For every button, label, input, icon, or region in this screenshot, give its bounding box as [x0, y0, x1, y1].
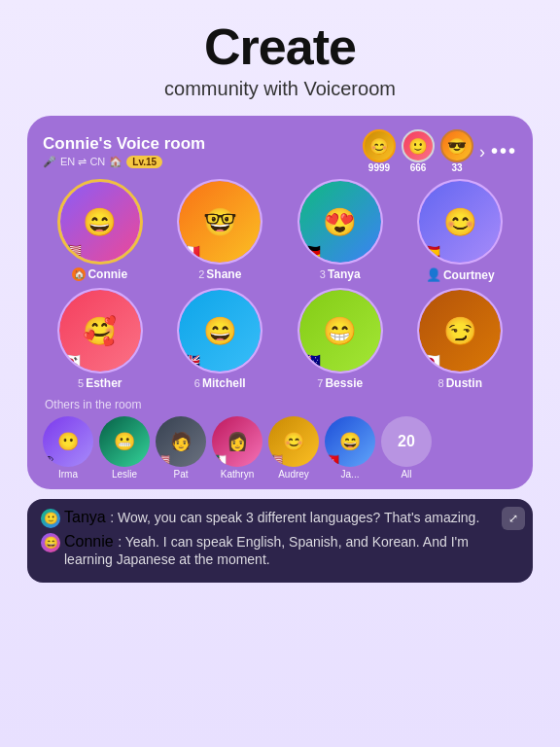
flag-esther: 🇰🇷 — [61, 354, 81, 370]
chat-username-2: Connie — [64, 533, 114, 550]
flag-connie: 🇺🇸 — [62, 244, 82, 260]
others-name-audrey: Audrey — [278, 469, 309, 480]
flag-pat: 🇺🇸 — [156, 453, 170, 467]
seat-name-connie: Connie — [88, 267, 127, 281]
seat-courtney[interactable]: 😊 🇪🇸 👤 Courtney — [403, 179, 518, 282]
seat-esther[interactable]: 🥰 🇰🇷 5 Esther — [43, 288, 158, 390]
expand-button[interactable]: ⤢ — [502, 507, 525, 530]
seat-num-mitchell: 6 — [194, 377, 200, 389]
chat-username-1: Tanya — [64, 509, 106, 525]
room-title: Connie's Voice room — [43, 134, 205, 154]
seat-mitchell[interactable]: 😄 🇬🇧 6 Mitchell — [163, 288, 278, 390]
seat-label-mitchell: 6 Mitchell — [194, 376, 246, 390]
seat-name-shane: Shane — [206, 267, 241, 281]
seat-avatar-courtney: 😊 🇪🇸 — [417, 179, 503, 265]
others-name-kathryn: Kathryn — [221, 469, 254, 480]
others-kathryn[interactable]: 👩 🇩🇿 Kathryn — [212, 416, 262, 480]
level-badge: Lv.15 — [126, 156, 162, 168]
mic-icon: 🎤 — [43, 156, 56, 168]
others-name-irma: Irma — [58, 469, 78, 480]
seat-label-courtney: 👤 Courtney — [426, 267, 495, 282]
chevron-right-icon[interactable]: › — [479, 143, 485, 160]
seat-avatar-tanya: 😍 🇩🇪 — [298, 179, 383, 265]
seat-tanya[interactable]: 😍 🇩🇪 3 Tanya — [283, 179, 398, 282]
others-row: 😶 👁 Irma 😬 Leslie 🧑 🇺🇸 Pat 👩 🇩🇿 Kathr — [43, 416, 517, 480]
flag-bessie: 🇦🇺 — [301, 354, 321, 370]
voice-room-card: Connie's Voice room 🎤 EN ⇌ CN 🏠 Lv.15 😊 … — [27, 116, 533, 489]
page-title: Create — [204, 18, 356, 76]
seat-avatar-connie: 😄 🇺🇸 — [57, 179, 143, 265]
seat-num-bessie: 7 — [317, 377, 323, 389]
chat-avatar-connie: 😄 — [41, 533, 60, 552]
seat-name-mitchell: Mitchell — [202, 376, 246, 390]
top-count-3: 33 — [451, 162, 462, 173]
seat-num-shane: 2 — [198, 268, 204, 280]
top-user-1[interactable]: 😊 9999 — [363, 129, 396, 173]
person-icon-courtney: 👤 — [426, 267, 441, 282]
chat-text-1: Tanya : Wow, you can speak 3 different l… — [64, 509, 519, 526]
flag-tanya: 🇩🇪 — [301, 245, 321, 261]
seat-name-bessie: Bessie — [325, 376, 363, 390]
top-count-2: 666 — [410, 162, 427, 173]
flag-kathryn: 🇩🇿 — [212, 453, 227, 467]
chat-text-2: Connie : Yeah. I can speak English, Span… — [64, 533, 519, 568]
seat-name-courtney: Courtney — [443, 268, 495, 282]
chat-content-2: : Yeah. I can speak English, Spanish, an… — [64, 534, 469, 567]
top-user-2[interactable]: 🙂 666 — [402, 129, 435, 173]
host-icon: 🏠 — [72, 267, 86, 281]
others-leslie[interactable]: 😬 Leslie — [99, 416, 150, 480]
flag-mitchell: 🇬🇧 — [181, 354, 200, 370]
all-badge: 20 — [381, 416, 432, 467]
flag-irma: 👁 — [43, 453, 54, 467]
seat-label-dustin: 8 Dustin — [438, 376, 482, 390]
seat-name-esther: Esther — [86, 376, 122, 390]
others-name-pat: Pat — [173, 469, 188, 480]
seat-avatar-dustin: 😏 🇯🇵 — [417, 288, 503, 374]
flag-shane: 🇫🇷 — [181, 245, 200, 261]
seat-label-shane: 2 Shane — [198, 267, 241, 281]
seats-grid: 😄 🇺🇸 🏠 Connie 🤓 🇫🇷 2 Shane 😍 🇩� — [43, 179, 517, 390]
others-all[interactable]: 20 All — [381, 416, 432, 480]
seat-avatar-bessie: 😁 🇦🇺 — [298, 288, 383, 374]
seat-label-esther: 5 Esther — [78, 376, 122, 390]
seat-shane[interactable]: 🤓 🇫🇷 2 Shane — [163, 179, 278, 282]
seat-dustin[interactable]: 😏 🇯🇵 8 Dustin — [403, 288, 518, 390]
others-ja[interactable]: 😄 🇹🇷 Ja... — [325, 416, 375, 480]
seat-bessie[interactable]: 😁 🇦🇺 7 Bessie — [283, 288, 398, 390]
card-header: Connie's Voice room 🎤 EN ⇌ CN 🏠 Lv.15 😊 … — [43, 129, 517, 173]
seat-label-bessie: 7 Bessie — [317, 376, 363, 390]
flag-audrey: 🇺🇸 — [268, 453, 283, 467]
others-name-all: All — [401, 469, 411, 480]
flag-dustin: 🇯🇵 — [421, 354, 440, 370]
top-user-3[interactable]: 😎 33 — [440, 129, 473, 173]
seat-name-tanya: Tanya — [328, 267, 361, 281]
others-pat[interactable]: 🧑 🇺🇸 Pat — [156, 416, 206, 480]
more-options-icon[interactable]: ••• — [491, 140, 517, 162]
others-irma[interactable]: 😶 👁 Irma — [43, 416, 93, 480]
chat-message-2: 😄 Connie : Yeah. I can speak English, Sp… — [41, 533, 519, 568]
seat-avatar-esther: 🥰 🇰🇷 — [57, 288, 143, 374]
seat-num-tanya: 3 — [320, 268, 326, 280]
seat-connie[interactable]: 😄 🇺🇸 🏠 Connie — [43, 179, 158, 282]
page-subtitle: community with Voiceroom — [164, 78, 396, 100]
seat-avatar-mitchell: 😄 🇬🇧 — [177, 288, 262, 374]
others-name-ja: Ja... — [341, 469, 360, 480]
lang-text: EN ⇌ CN — [60, 156, 105, 168]
header-right: 😊 9999 🙂 666 😎 33 › ••• — [363, 129, 517, 173]
room-subtitle: 🎤 EN ⇌ CN 🏠 Lv.15 — [43, 156, 205, 168]
flag-ja: 🇹🇷 — [325, 453, 339, 467]
top-count-1: 9999 — [368, 162, 390, 173]
seat-name-dustin: Dustin — [446, 376, 482, 390]
chat-message-1: 🙂 Tanya : Wow, you can speak 3 different… — [41, 509, 519, 528]
others-audrey[interactable]: 😊 🇺🇸 Audrey — [268, 416, 319, 480]
chat-content-1: : Wow, you can speak 3 different languag… — [110, 510, 479, 525]
chat-overlay: ⤢ 🙂 Tanya : Wow, you can speak 3 differe… — [27, 499, 533, 583]
chat-avatar-tanya: 🙂 — [41, 509, 60, 528]
seat-num-dustin: 8 — [438, 377, 444, 389]
seat-label-connie: 🏠 Connie — [72, 267, 127, 281]
others-label: Others in the room — [43, 398, 517, 411]
seat-label-tanya: 3 Tanya — [320, 267, 361, 281]
house-icon: 🏠 — [109, 156, 122, 168]
seat-avatar-shane: 🤓 🇫🇷 — [177, 179, 262, 265]
flag-courtney: 🇪🇸 — [421, 245, 440, 261]
